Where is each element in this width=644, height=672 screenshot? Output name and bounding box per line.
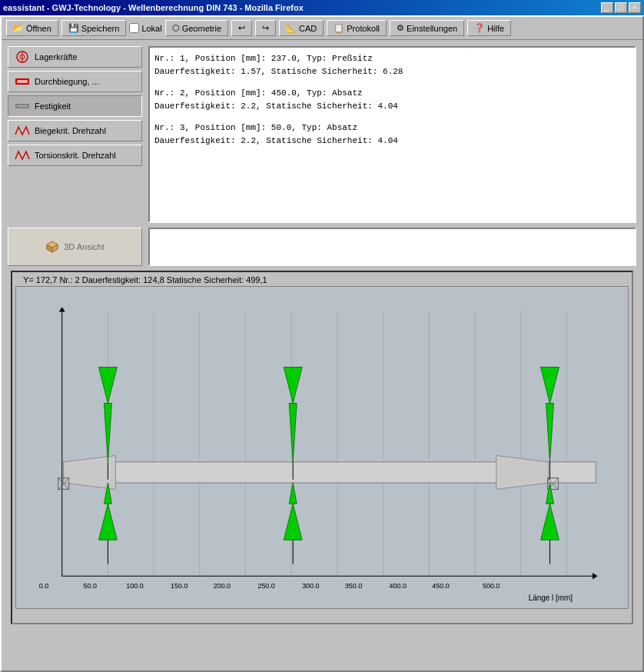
torsion-critical-icon	[15, 148, 30, 162]
cube-icon	[45, 240, 59, 254]
svg-rect-6	[17, 105, 28, 107]
result-line-1-2: Dauerfestigkeit: 1.57, Statische Sicherh…	[154, 65, 630, 78]
results-panel: Nr.: 1, Position [mm]: 237.0, Typ: Preßs…	[148, 46, 636, 223]
close-btn[interactable]: ×	[629, 2, 641, 13]
durchbiegung-button[interactable]: Durchbiegung, ...	[8, 71, 142, 92]
lagerkraefte-button[interactable]: Lagerkräfte	[8, 46, 142, 68]
result-line-1-1: Nr.: 1, Position [mm]: 237.0, Typ: Preßs…	[154, 52, 630, 65]
content-area: Lagerkräfte Durchbiegung, ...	[2, 40, 642, 630]
bearing-forces-icon	[15, 50, 30, 64]
bending-critical-icon	[15, 124, 30, 138]
result-line-2-1: Nr.: 2, Position [mm]: 450.0, Typ: Absat…	[154, 87, 630, 100]
svg-text:350.0: 350.0	[345, 582, 362, 590]
minimize-btn[interactable]: _	[601, 2, 613, 13]
svg-text:0.0: 0.0	[39, 582, 48, 590]
result-line-3-2: Dauerfestigkeit: 2.2, Statische Sicherhe…	[154, 135, 630, 148]
svg-text:250.0: 250.0	[257, 582, 274, 590]
svg-text:Länge l [mm]: Länge l [mm]	[529, 593, 573, 601]
cad-icon: 📐	[286, 23, 297, 33]
settings-button[interactable]: ⚙ Einstellungen	[390, 20, 464, 36]
empty-view-panel	[148, 228, 636, 266]
result-line-3-1: Nr.: 3, Position [mm]: 50.0, Typ: Absatz	[154, 121, 630, 135]
biegekrit-button[interactable]: Biegekrit. Drehzahl	[8, 120, 142, 141]
protocol-button[interactable]: 📋 Protokoll	[327, 20, 387, 36]
result-entry-3: Nr.: 3, Position [mm]: 50.0, Typ: Absatz…	[154, 121, 630, 147]
redo-button[interactable]: ↪	[255, 20, 276, 36]
chart-container: Y= 172,7 Nr.: 2 Dauerfestigkeit: 124,8 S…	[11, 271, 633, 624]
top-panel: Lagerkräfte Durchbiegung, ...	[8, 46, 636, 223]
geometry-icon: ⬡	[172, 23, 180, 33]
svg-rect-4	[17, 80, 28, 83]
svg-text:300.0: 300.0	[302, 582, 319, 590]
maximize-btn[interactable]: □	[615, 2, 627, 13]
help-button[interactable]: ❓ Hilfe	[467, 20, 511, 36]
title-text: eassistant - GWJ-Technology - Wellenbere…	[3, 3, 304, 12]
folder-open-icon: 📂	[13, 23, 24, 33]
local-checkbox-label[interactable]: Lokal	[129, 23, 161, 33]
local-checkbox[interactable]	[129, 23, 139, 33]
svg-text:450.0: 450.0	[432, 582, 449, 590]
svg-text:150.0: 150.0	[171, 582, 188, 590]
festigkeit-button[interactable]: Festigkeit	[8, 95, 142, 117]
toolbar: 📂 Öffnen 💾 Speichern Lokal ⬡ Geometrie ↩…	[2, 17, 642, 40]
result-line-2-2: Dauerfestigkeit: 2.2, Statische Sicherhe…	[154, 100, 630, 113]
open-button[interactable]: 📂 Öffnen	[6, 20, 58, 36]
view-panel: 3D Ansicht	[8, 228, 636, 266]
strength-icon	[15, 99, 30, 113]
redo-icon: ↪	[262, 23, 269, 33]
cad-button[interactable]: 📐 CAD	[279, 20, 324, 36]
save-button[interactable]: 💾 Speichern	[61, 20, 127, 36]
undo-icon: ↩	[238, 23, 245, 33]
result-entry-2: Nr.: 2, Position [mm]: 450.0, Typ: Absat…	[154, 87, 630, 112]
torsionskrit-button[interactable]: Torsionskrit. Drehzahl	[8, 145, 142, 166]
deflection-icon	[15, 75, 30, 88]
chart-status: Y= 172,7 Nr.: 2 Dauerfestigkeit: 124,8 S…	[15, 275, 629, 284]
svg-text:400.0: 400.0	[390, 582, 407, 590]
svg-text:500.0: 500.0	[483, 582, 500, 590]
sidebar-buttons: Lagerkräfte Durchbiegung, ...	[8, 46, 142, 223]
result-entry-1: Nr.: 1, Position [mm]: 237.0, Typ: Preßs…	[154, 52, 630, 78]
undo-button[interactable]: ↩	[231, 20, 252, 36]
protocol-icon: 📋	[334, 23, 344, 33]
help-icon: ❓	[474, 23, 485, 33]
geometry-button[interactable]: ⬡ Geometrie	[165, 20, 228, 36]
svg-text:100.0: 100.0	[126, 582, 143, 590]
save-icon: 💾	[68, 23, 79, 33]
chart-svg: 0.0 50.0 100.0 150.0 200.0 250.0 300.0 3…	[16, 287, 628, 608]
chart-canvas: Ergebnisübersicht Festigkeitsberechnung	[15, 286, 629, 609]
window-controls[interactable]: _ □ ×	[601, 2, 641, 13]
title-bar: eassistant - GWJ-Technology - Wellenbere…	[0, 0, 644, 15]
main-window: 📂 Öffnen 💾 Speichern Lokal ⬡ Geometrie ↩…	[0, 15, 644, 672]
view-3d-button[interactable]: 3D Ansicht	[8, 228, 142, 266]
settings-icon: ⚙	[397, 23, 404, 33]
svg-text:50.0: 50.0	[84, 582, 97, 590]
svg-text:200.0: 200.0	[214, 582, 231, 590]
